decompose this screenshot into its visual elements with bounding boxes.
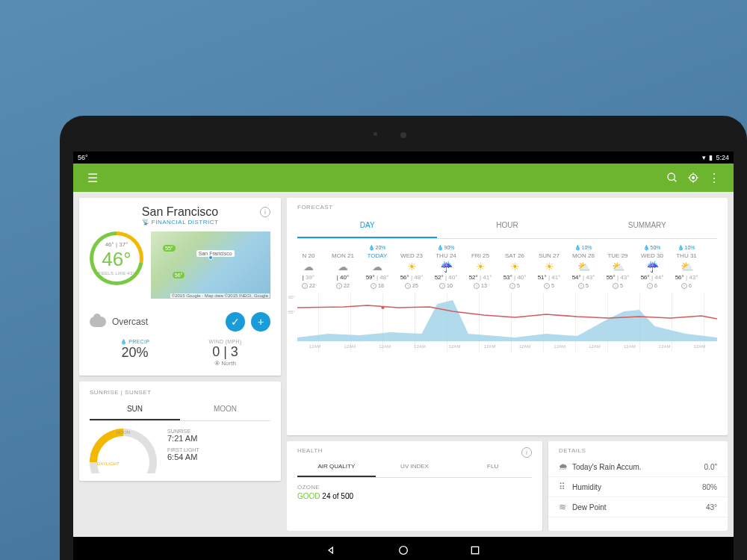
forecast-chart[interactable]: 60° 55° 12AM12AM12AM12AM12AM12AM12AM12AM… — [287, 293, 728, 352]
info-icon[interactable]: i — [260, 207, 270, 217]
temp-dial: 46° | 37° 46° FEELS LIKE 43° — [90, 231, 143, 285]
screen: 56° ▾ ▮ 5:24 ☰ ⋮ i San Francisco — [73, 152, 734, 560]
feels-like: FEELS LIKE 43° — [99, 271, 135, 276]
check-button[interactable]: ✓ — [226, 312, 245, 332]
tab-summary[interactable]: SUMMARY — [577, 214, 717, 238]
wifi-icon: ▾ — [702, 154, 706, 161]
forecast-day[interactable]: FRI 25☀52° | 41°↑ 13 — [463, 243, 498, 289]
overflow-menu-icon[interactable]: ⋮ — [704, 167, 725, 188]
statusbar-time: 5:24 — [716, 154, 729, 161]
mini-map[interactable]: 55° 56° San Francisco ©2015 Google - Map… — [151, 231, 270, 299]
city-name: San Francisco — [90, 205, 270, 219]
detail-row: ≋Dew Point43° — [548, 497, 728, 517]
app-toolbar: ☰ ⋮ — [73, 164, 734, 192]
sunrise-card: SUNRISE | SUNSET SUN MOON NOON DAYLIGHT — [79, 382, 281, 481]
svg-point-3 — [692, 177, 695, 179]
tab-flu[interactable]: FLU — [453, 457, 532, 477]
firstlight-time: 6:54 AM — [167, 452, 199, 461]
hamburger-icon[interactable]: ☰ — [82, 167, 103, 188]
back-icon[interactable] — [326, 544, 338, 556]
svg-point-9 — [400, 547, 408, 555]
sun-dial: NOON DAYLIGHT — [90, 429, 157, 473]
camera-dot — [400, 132, 406, 138]
info-icon[interactable]: i — [521, 447, 532, 458]
detail-row: 🌧Today's Rain Accum.0.0" — [548, 457, 728, 477]
forecast-day[interactable]: MON 21☁| 40° ↑ 22 — [326, 243, 360, 289]
recents-icon[interactable] — [469, 544, 481, 556]
search-icon[interactable] — [662, 167, 683, 188]
tablet-frame: 56° ▾ ▮ 5:24 ☰ ⋮ i San Francisco — [60, 116, 747, 560]
svg-point-0 — [668, 173, 675, 180]
forecast-day[interactable]: 💧50%WED 30☔56° | 44°↑ 6 — [635, 243, 669, 289]
statusbar-temp: 56° — [78, 154, 88, 161]
android-navbar — [73, 537, 734, 560]
details-card: DETAILS 🌧Today's Rain Accum.0.0"⠿Humidit… — [548, 441, 728, 531]
tab-day[interactable]: DAY — [297, 214, 437, 238]
district-name: 📡 FINANCIAL DISTRICT — [90, 219, 270, 225]
location-card: i San Francisco 📡 FINANCIAL DISTRICT 46°… — [79, 198, 281, 376]
tab-moon[interactable]: MOON — [180, 399, 270, 420]
locate-icon[interactable] — [683, 167, 704, 188]
svg-line-1 — [674, 179, 676, 181]
home-icon[interactable] — [397, 544, 409, 556]
battery-icon: ▮ — [709, 154, 713, 161]
forecast-day[interactable]: 💧20%TODAY☁59° | 48°↑ 18 — [360, 243, 394, 289]
forecast-day[interactable]: SAT 26☀53° | 40°↑ 5 — [498, 243, 532, 289]
sensor-dot — [374, 132, 377, 136]
svg-point-8 — [381, 306, 384, 309]
android-statusbar: 56° ▾ ▮ 5:24 — [73, 152, 734, 164]
cloud-icon — [90, 317, 106, 327]
svg-rect-10 — [471, 547, 478, 553]
forecast-day[interactable]: 💧10%MON 28⛅54° | 43°↑ 5 — [566, 243, 601, 289]
sunrise-time: 7:21 AM — [167, 434, 199, 443]
forecast-day[interactable]: 💧90%THU 24☔52° | 40°↑ 10 — [429, 243, 463, 289]
forecast-day[interactable]: 💧10%THU 31⛅56° | 43°↑ 6 — [669, 243, 704, 289]
tab-air-quality[interactable]: AIR QUALITY — [297, 457, 376, 477]
tab-hour[interactable]: HOUR — [437, 214, 577, 238]
precip-value: 20% — [90, 345, 180, 361]
condition-text: Overcast — [112, 317, 220, 327]
current-temp: 46° — [102, 248, 131, 271]
wind-direction: ④ North — [180, 360, 270, 367]
forecast-day[interactable]: SUN 27☀51° | 41°↑ 5 — [532, 243, 566, 289]
tab-uv-index[interactable]: UV INDEX — [376, 457, 454, 477]
forecast-day[interactable]: WED 23☀56° | 48°↑ 25 — [394, 243, 429, 289]
forecast-day[interactable]: N 20☁| 39°↑ 22 — [291, 243, 326, 289]
add-button[interactable]: + — [251, 312, 270, 332]
wind-value: 0 | 3 — [180, 344, 270, 360]
forecast-day[interactable]: TUE 29⛅55° | 43°↑ 5 — [601, 243, 635, 289]
forecast-card: FORECAST DAY HOUR SUMMARY N 20☁| 39°↑ 22… — [287, 198, 728, 435]
forecast-days-row[interactable]: N 20☁| 39°↑ 22MON 21☁| 40° ↑ 22💧20%TODAY… — [287, 239, 728, 293]
map-pin-icon — [208, 255, 213, 260]
detail-row: ⠿Humidity80% — [548, 477, 728, 497]
health-card: i HEALTH AIR QUALITY UV INDEX FLU OZONE … — [287, 441, 542, 531]
tab-sun[interactable]: SUN — [90, 399, 180, 420]
